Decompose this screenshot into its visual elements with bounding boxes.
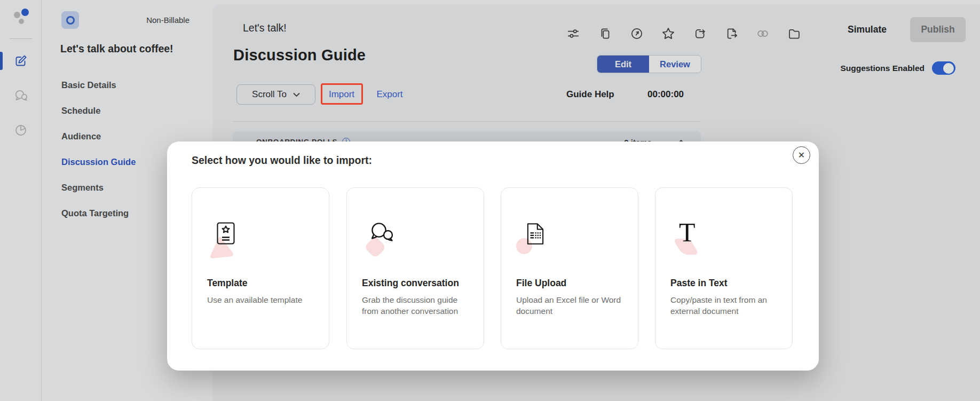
card-description: Upload an Excel file or Word document: [516, 295, 626, 317]
import-option-template[interactable]: Template Use an available template: [192, 187, 329, 349]
modal-title: Select how you would like to import:: [192, 154, 372, 167]
import-option-file-upload[interactable]: File Upload Upload an Excel file or Word…: [501, 187, 638, 349]
chat-bubbles-icon: [368, 221, 395, 243]
spreadsheet-file-icon: [527, 223, 544, 245]
import-option-existing-conversation[interactable]: Existing conversation Grab the discussio…: [346, 187, 484, 349]
import-modal: Select how you would like to import: ✕ T…: [167, 141, 819, 371]
text-letter-icon: T: [677, 219, 700, 246]
card-title: Existing conversation: [362, 278, 459, 289]
card-description: Copy/paste in text from an external docu…: [670, 295, 780, 317]
app-window: Non-Billable Let's talk about coffee! Ba…: [0, 0, 980, 401]
card-title: File Upload: [516, 278, 566, 289]
card-title: Template: [207, 278, 248, 289]
template-document-icon: [217, 222, 235, 245]
svg-text:T: T: [679, 219, 696, 246]
card-title: Paste in Text: [670, 278, 728, 289]
import-option-paste-text[interactable]: T Paste in Text Copy/paste in text from …: [655, 187, 793, 349]
close-icon[interactable]: ✕: [793, 146, 810, 164]
card-description: Grab the discussion guide from another c…: [362, 295, 472, 317]
card-description: Use an available template: [207, 295, 317, 306]
